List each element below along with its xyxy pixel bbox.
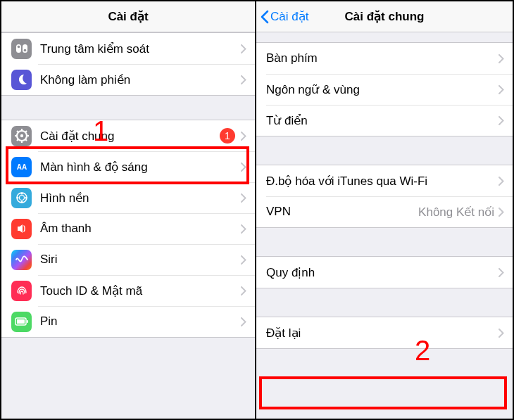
display-brightness-row[interactable]: AA Màn hình & độ sáng <box>1 151 255 182</box>
chevron-right-icon <box>241 193 246 203</box>
svg-point-17 <box>21 193 23 194</box>
row-detail: Không Kết nối <box>418 205 494 219</box>
sounds-row[interactable]: Âm thanh <box>1 213 255 244</box>
svg-rect-22 <box>17 319 25 324</box>
page-title: Cài đặt <box>108 9 148 24</box>
chevron-right-icon <box>499 85 504 94</box>
row-label: Cài đặt chung <box>40 129 220 144</box>
annotation-highlight-2 <box>259 376 507 409</box>
general-group-sync: Đ.bộ hóa với iTunes qua Wi-Fi VPN Không … <box>256 165 513 228</box>
brightness-icon: AA <box>11 157 32 177</box>
svg-line-12 <box>17 139 18 141</box>
siri-icon <box>11 250 32 270</box>
svg-point-1 <box>17 46 20 49</box>
general-group-language: Bàn phím Ngôn ngữ & vùng Từ điển <box>256 42 513 136</box>
settings-group-general: Cài đặt chung 1 AA Màn hình & độ sáng Hì… <box>1 120 255 338</box>
row-label: Touch ID & Mật mã <box>40 284 241 298</box>
row-label: Màn hình & độ sáng <box>40 160 241 174</box>
chevron-right-icon <box>499 329 504 338</box>
svg-text:AA: AA <box>16 163 26 171</box>
itunes-wifi-sync-row[interactable]: Đ.bộ hóa với iTunes qua Wi-Fi <box>256 165 513 196</box>
chevron-right-icon <box>499 116 504 125</box>
row-label: Quy định <box>266 265 499 280</box>
battery-icon <box>11 312 32 332</box>
chevron-left-icon <box>261 10 269 24</box>
page-title: Cài đặt chung <box>345 9 425 24</box>
notification-badge: 1 <box>220 128 235 144</box>
svg-line-10 <box>17 131 18 132</box>
wallpaper-row[interactable]: Hình nền <box>1 182 255 213</box>
row-label: Từ điển <box>266 113 499 128</box>
chevron-right-icon <box>499 54 504 63</box>
chevron-right-icon <box>241 224 246 234</box>
chevron-right-icon <box>499 208 504 217</box>
chevron-right-icon <box>241 286 246 295</box>
svg-point-16 <box>19 196 24 201</box>
control-center-row[interactable]: Trung tâm kiểm soát <box>1 33 255 64</box>
chevron-right-icon <box>241 75 246 84</box>
svg-point-19 <box>17 197 18 198</box>
battery-row[interactable]: Pin <box>1 306 255 337</box>
siri-row[interactable]: Siri <box>1 244 255 275</box>
svg-line-11 <box>25 139 27 141</box>
chevron-right-icon <box>499 177 504 186</box>
row-label: Siri <box>40 253 241 267</box>
dictionary-row[interactable]: Từ điển <box>256 105 513 136</box>
chevron-right-icon <box>241 44 246 53</box>
keyboard-row[interactable]: Bàn phím <box>256 43 513 74</box>
row-label: Không làm phiền <box>40 72 241 87</box>
chevron-right-icon <box>499 268 504 277</box>
settings-group-top: Trung tâm kiểm soát Không làm phiền <box>1 32 255 96</box>
svg-point-3 <box>23 49 26 52</box>
gear-icon <box>11 126 32 146</box>
vpn-row[interactable]: VPN Không Kết nối <box>256 196 513 227</box>
moon-icon <box>11 70 32 90</box>
header: Cài đặt <box>1 1 255 32</box>
row-label: Hình nền <box>40 191 241 205</box>
fingerprint-icon <box>11 281 32 301</box>
back-label: Cài đặt <box>270 9 308 24</box>
row-label: Trung tâm kiểm soát <box>40 42 241 56</box>
header: Cài đặt Cài đặt chung <box>256 1 513 32</box>
chevron-right-icon <box>241 132 246 141</box>
chevron-right-icon <box>241 317 246 326</box>
svg-rect-23 <box>27 320 28 323</box>
touchid-passcode-row[interactable]: Touch ID & Mật mã <box>1 275 255 306</box>
row-label: Đặt lại <box>266 326 499 341</box>
wallpaper-icon <box>11 188 32 208</box>
chevron-right-icon <box>241 255 246 265</box>
do-not-disturb-row[interactable]: Không làm phiền <box>1 64 255 95</box>
reset-row[interactable]: Đặt lại <box>256 317 513 348</box>
svg-point-20 <box>25 197 27 198</box>
row-label: VPN <box>266 205 418 219</box>
row-label: Ngôn ngữ & vùng <box>266 82 499 97</box>
general-row[interactable]: Cài đặt chung 1 <box>1 120 255 151</box>
general-group-reset: Đặt lại <box>256 317 513 349</box>
regulatory-row[interactable]: Quy định <box>256 257 513 288</box>
speaker-icon <box>11 219 32 239</box>
row-label: Đ.bộ hóa với iTunes qua Wi-Fi <box>266 174 499 189</box>
general-list: 2 Bàn phím Ngôn ngữ & vùng Từ điển <box>256 32 513 419</box>
row-label: Bàn phím <box>266 51 499 65</box>
row-label: Pin <box>40 314 241 329</box>
svg-point-18 <box>21 201 23 203</box>
svg-line-13 <box>25 131 27 132</box>
settings-root-list: 1 Trung tâm kiểm soát Không làm phiền <box>1 32 255 419</box>
language-region-row[interactable]: Ngôn ngữ & vùng <box>256 74 513 105</box>
back-button[interactable]: Cài đặt <box>261 9 308 24</box>
svg-point-5 <box>20 134 23 137</box>
control-center-icon <box>11 39 32 59</box>
general-group-regulatory: Quy định <box>256 256 513 288</box>
chevron-right-icon <box>241 163 246 172</box>
row-label: Âm thanh <box>40 222 241 236</box>
